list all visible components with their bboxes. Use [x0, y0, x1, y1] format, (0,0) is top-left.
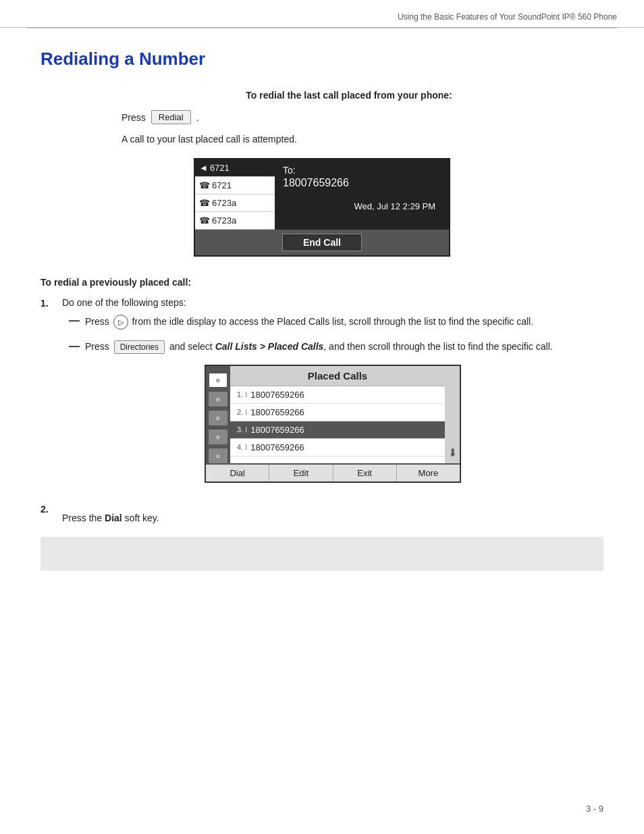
list-icon-3: ☎	[199, 198, 210, 208]
substep2-text2: and select	[167, 341, 215, 352]
substep1-text1: Press	[85, 316, 112, 327]
list-icon-2: ☎	[199, 180, 210, 190]
scroll-indicator: ⬇	[445, 366, 460, 463]
dash-2: —	[69, 340, 80, 353]
attempt-text: A call to your last placed call is attem…	[41, 134, 603, 145]
call-icon-4: 4. ⁞	[237, 443, 248, 452]
list-icon-4: ☎	[199, 215, 210, 226]
step-2-content: Press the Dial soft key.	[62, 513, 603, 523]
list-label-3: 6723a	[212, 198, 236, 208]
header-text: Using the Basic Features of Your SoundPo…	[398, 12, 617, 22]
substep1-text2: from the idle display to access the Plac…	[130, 316, 533, 327]
list-icon-1: ◄	[199, 163, 208, 173]
screen-top: ◄ 6721 ☎ 6721 ☎ 6723a ☎ 6723a To: 180	[195, 159, 449, 230]
step2-text1: Press the	[62, 513, 105, 523]
section1-heading: To redial the last call placed from your…	[95, 90, 603, 101]
datetime: Wed, Jul 12 2:29 PM	[283, 189, 442, 215]
call-number-4: 18007659266	[250, 442, 304, 452]
end-call-button[interactable]: End Call	[282, 234, 362, 251]
sub-step-2: — Press Directories and select Call List…	[62, 340, 603, 354]
list-item-4: ☎ 6723a	[195, 212, 275, 230]
side-tab-1: ≡	[209, 373, 227, 388]
softkey-exit[interactable]: Exit	[333, 465, 397, 481]
phone-screen-2: ≡ ≡ ≡ ≡ ≡ Placed Calls 1. ⁞ 1800765	[205, 365, 461, 483]
to-number: 18007659266	[283, 177, 442, 189]
screen-bottom: End Call	[195, 230, 449, 255]
sub-step-1: — Press ▷ from the idle display to acces…	[62, 315, 603, 330]
section2: To redial a previously placed call: 1. D…	[41, 277, 603, 523]
call-item-4: 4. ⁞ 18007659266	[230, 439, 445, 457]
sub-step-2-text: Press Directories and select Call Lists …	[85, 340, 603, 354]
substep2-text1: Press	[85, 341, 112, 352]
to-label: To:	[283, 165, 442, 176]
dash-1: —	[69, 315, 80, 327]
press-text-1: Press	[122, 112, 146, 123]
step-num-2: 2.	[41, 503, 55, 515]
substep2-text3: , and then scroll through the list to fi…	[323, 341, 552, 352]
sub-step-1-text: Press ▷ from the idle display to access …	[85, 315, 603, 330]
step-num-1: 1.	[41, 297, 55, 309]
directories-button[interactable]: Directories	[114, 340, 165, 354]
call-item-1: 1. ⁞ 18007659266	[230, 386, 445, 404]
page-header: Using the Basic Features of Your SoundPo…	[0, 0, 644, 28]
footer-box	[41, 537, 603, 571]
side-tab-2: ≡	[209, 392, 227, 407]
call-icon-3: 3. ⁞	[237, 425, 248, 434]
call-icon-1: 1. ⁞	[237, 390, 248, 399]
call-list: 1. ⁞ 18007659266 2. ⁞ 18007659266 3. ⁞	[230, 386, 445, 457]
press-row-1: Press Redial .	[41, 110, 603, 124]
list-item-3: ☎ 6723a	[195, 194, 275, 212]
side-tab-4: ≡	[209, 429, 227, 444]
section2-heading: To redial a previously placed call:	[41, 277, 603, 288]
step-2: 2. Press the Dial soft key.	[41, 503, 603, 523]
right-arrow-button[interactable]: ▷	[113, 315, 128, 330]
call-number-2: 18007659266	[250, 407, 304, 417]
list-item-2: ☎ 6721	[195, 177, 275, 194]
side-tabs: ≡ ≡ ≡ ≡ ≡	[206, 366, 230, 463]
right-panel: To: 18007659266 Wed, Jul 12 2:29 PM	[276, 159, 449, 230]
list-label-4: 6723a	[212, 215, 236, 226]
softkey-edit[interactable]: Edit	[269, 465, 333, 481]
call-number-3: 18007659266	[250, 425, 304, 435]
placed-calls-header: Placed Calls	[230, 366, 445, 386]
screen-side-content: ≡ ≡ ≡ ≡ ≡ Placed Calls 1. ⁞ 1800765	[206, 366, 460, 463]
call-icon-2: 2. ⁞	[237, 408, 248, 417]
page-title: Redialing a Number	[41, 49, 603, 70]
main-list-area: Placed Calls 1. ⁞ 18007659266 2. ⁞ 18007…	[230, 366, 445, 463]
left-list: ◄ 6721 ☎ 6721 ☎ 6723a ☎ 6723a	[195, 159, 276, 230]
call-number-1: 18007659266	[250, 390, 304, 400]
step2-bold: Dial	[105, 513, 122, 523]
substep2-italic: Call Lists > Placed Calls	[215, 341, 324, 352]
period: .	[196, 111, 199, 123]
sub-steps: — Press ▷ from the idle display to acces…	[62, 315, 603, 354]
softkey-more[interactable]: More	[397, 465, 460, 481]
step1-intro: Do one of the following steps:	[62, 297, 186, 308]
step-1: 1. Do one of the following steps: — Pres…	[41, 297, 603, 496]
step-1-content: Do one of the following steps: — Press ▷…	[62, 297, 603, 496]
step2-text2: soft key.	[122, 513, 159, 523]
redial-button: Redial	[151, 110, 191, 124]
call-item-2: 2. ⁞ 18007659266	[230, 404, 445, 421]
scroll-down-icon: ⬇	[448, 446, 457, 459]
page-content: Redialing a Number To redial the last ca…	[0, 28, 644, 598]
list-item-1: ◄ 6721	[195, 159, 275, 177]
list-label-1: 6721	[210, 163, 230, 173]
softkey-bar: Dial Edit Exit More	[206, 463, 460, 481]
softkey-dial[interactable]: Dial	[206, 465, 269, 481]
side-tab-3: ≡	[209, 411, 227, 425]
list-label-2: 6721	[212, 180, 232, 190]
page-number: 3 - 9	[586, 804, 603, 814]
phone-screen-1: ◄ 6721 ☎ 6721 ☎ 6723a ☎ 6723a To: 180	[194, 158, 450, 257]
side-tab-5: ≡	[209, 448, 227, 463]
call-item-3: 3. ⁞ 18007659266	[230, 421, 445, 439]
